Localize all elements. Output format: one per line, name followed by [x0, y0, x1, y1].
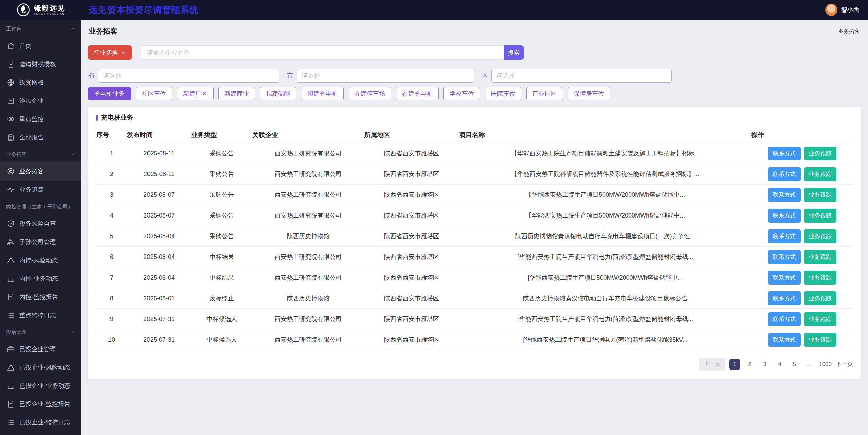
cell-actions: 联系方式业务跟踪: [751, 167, 853, 181]
monitor-report-icon: [7, 293, 15, 301]
contact-button[interactable]: 联系方式: [768, 333, 801, 347]
track-button[interactable]: 业务跟踪: [804, 147, 836, 160]
sidebar-item-税务风险自查[interactable]: 税务风险自查: [0, 214, 81, 233]
sidebar-item-子孙公司管理[interactable]: 子孙公司管理: [0, 233, 81, 251]
district-select[interactable]: [491, 69, 672, 83]
pagination-page-1000[interactable]: 1000: [819, 359, 832, 370]
track-button[interactable]: 业务跟踪: [804, 250, 836, 264]
column-header-所属地区: 所属地区: [364, 131, 459, 139]
sidebar-item-内控-业务动态[interactable]: 内控-业务动态: [0, 269, 81, 288]
pagination-page-4[interactable]: 4: [774, 359, 785, 370]
contact-button[interactable]: 联系方式: [768, 147, 801, 160]
track-button[interactable]: 业务跟踪: [804, 312, 836, 326]
cell-date: 2025-08-11: [127, 171, 191, 178]
contact-button[interactable]: 联系方式: [768, 312, 801, 326]
contact-button[interactable]: 联系方式: [768, 250, 801, 264]
sidebar-item-已投企业-监控报告[interactable]: 已投企业-监控报告: [0, 395, 81, 413]
cell-index: 8: [96, 295, 127, 302]
cell-date: 2025-08-01: [127, 295, 191, 302]
contact-button[interactable]: 联系方式: [768, 209, 801, 223]
track-button[interactable]: 业务跟踪: [804, 167, 836, 181]
region-filter-province: 省: [88, 69, 279, 83]
category-tag-产业园区[interactable]: 产业园区: [526, 87, 563, 100]
sidebar-item-label: 添加企业: [19, 97, 44, 105]
track-button[interactable]: 业务跟踪: [804, 229, 836, 243]
contact-button[interactable]: 联系方式: [768, 167, 801, 181]
sidebar-section-header[interactable]: 投后管理: [0, 324, 81, 340]
contact-button[interactable]: 联系方式: [768, 188, 801, 202]
sidebar-section-header[interactable]: 业务拓客: [0, 147, 81, 162]
sidebar-item-内控-风险动态[interactable]: 内控-风险动态: [0, 251, 81, 269]
sidebar-section-header[interactable]: 工作台: [0, 21, 81, 37]
sidebar-item-已投企业-监控日志[interactable]: 已投企业-监控日志: [0, 413, 81, 432]
track-button[interactable]: 业务跟踪: [804, 291, 836, 305]
sidebar-item-业务拓客[interactable]: 业务拓客: [0, 162, 81, 181]
sidebar-item-邀请财税授权[interactable]: 邀请财税授权: [0, 55, 81, 73]
category-tag-在建充电桩[interactable]: 在建充电桩: [396, 87, 439, 100]
tax-risk-icon: [7, 220, 15, 228]
column-header-操作: 操作: [751, 131, 853, 139]
cell-company: 西安热工研究院有限公司: [252, 273, 364, 282]
category-tag-新建商业[interactable]: 新建商业: [218, 87, 255, 100]
pagination-page-3[interactable]: 3: [759, 359, 770, 370]
track-button[interactable]: 业务跟踪: [804, 209, 836, 223]
table-row: 22025-08-11采购公告西安热工研究院有限公司陕西省西安市雁塔区【华能西安…: [96, 164, 853, 185]
cell-project: 【华能西安热工院生产项目储能调频土建安装及施工工程招标】招标...: [459, 149, 751, 157]
sidebar-item-投资网格[interactable]: 投资网格: [0, 73, 81, 92]
contact-button[interactable]: 联系方式: [768, 271, 801, 285]
user-menu[interactable]: 智小西: [825, 4, 859, 16]
sidebar-section-label: 内控管理（主体 + 子孙公司）: [6, 204, 73, 210]
sidebar-item-首页[interactable]: 首页: [0, 37, 81, 55]
contact-button[interactable]: 联系方式: [768, 229, 801, 243]
sidebar-item-重点监控日志[interactable]: 重点监控日志: [0, 306, 81, 324]
category-tag-保障房车位[interactable]: 保障房车位: [568, 87, 610, 100]
cell-project: [华能西安热工院生产项目华润电力(菏泽)新型熔盐储能35kV...: [459, 336, 751, 344]
pagination-prev-button[interactable]: 上一页: [699, 358, 725, 371]
cell-actions: 联系方式业务跟踪: [751, 291, 853, 305]
city-select[interactable]: [297, 69, 474, 83]
cell-type: 采购公告: [191, 191, 252, 199]
cell-index: 10: [96, 336, 127, 343]
sidebar-item-已投企业-业务动态[interactable]: 已投企业-业务动态: [0, 377, 81, 395]
cell-actions: 联系方式业务跟踪: [751, 333, 853, 347]
cell-actions: 联系方式业务跟踪: [751, 188, 853, 202]
cell-date: 2025-08-04: [127, 233, 191, 240]
track-button[interactable]: 业务跟踪: [804, 188, 836, 202]
cell-index: 9: [96, 316, 127, 323]
contact-button[interactable]: 联系方式: [768, 291, 801, 305]
category-tag-充电桩业务[interactable]: 充电桩业务: [88, 87, 131, 100]
search-button[interactable]: 搜索: [504, 45, 524, 60]
category-tag-在建停车场[interactable]: 在建停车场: [349, 87, 391, 100]
pagination-next-button[interactable]: 下一页: [836, 360, 853, 368]
province-select[interactable]: [98, 69, 279, 83]
company-search-input[interactable]: [141, 45, 504, 60]
category-tag-社区车位[interactable]: 社区车位: [136, 87, 172, 100]
category-tag-医院车位[interactable]: 医院车位: [485, 87, 521, 100]
pagination-page-1[interactable]: 1: [729, 359, 740, 370]
sidebar-item-label: 已投企业-监控报告: [19, 400, 70, 408]
pagination-page-5[interactable]: 5: [789, 359, 800, 370]
cell-company: 西安热工研究院有限公司: [252, 149, 364, 157]
track-button[interactable]: 业务跟踪: [804, 333, 836, 347]
industry-switch-button[interactable]: 行业切换: [88, 45, 132, 60]
cell-company: 西安热工研究院有限公司: [252, 211, 364, 220]
sidebar-item-重点监控[interactable]: 重点监控: [0, 110, 81, 128]
sidebar-item-已投企业管理[interactable]: 已投企业管理: [0, 340, 81, 358]
avatar[interactable]: [825, 4, 837, 16]
region-filter-row: 省市区: [88, 69, 861, 83]
table-row: 12025-08-11采购公告西安热工研究院有限公司陕西省西安市雁塔区【华能西安…: [96, 143, 853, 164]
sidebar-item-已投企业-风险动态[interactable]: 已投企业-风险动态: [0, 358, 81, 377]
category-tag-拟建储能[interactable]: 拟建储能: [260, 87, 296, 100]
cell-actions: 联系方式业务跟踪: [751, 147, 853, 160]
sidebar-item-业务追踪[interactable]: 业务追踪: [0, 181, 81, 199]
category-tag-拟建充电桩[interactable]: 拟建充电桩: [301, 87, 344, 100]
category-tag-学校车位[interactable]: 学校车位: [443, 87, 480, 100]
pagination-page-2[interactable]: 2: [744, 359, 755, 370]
sidebar-item-添加企业[interactable]: 添加企业: [0, 92, 81, 110]
sidebar-item-内控-监控报告[interactable]: 内控-监控报告: [0, 288, 81, 306]
category-tag-新建厂区[interactable]: 新建厂区: [177, 87, 214, 100]
pagination: 上一页 12345...1000 下一页: [96, 358, 853, 371]
sidebar-section-header[interactable]: 内控管理（主体 + 子孙公司）: [0, 199, 81, 214]
track-button[interactable]: 业务跟踪: [804, 271, 836, 285]
sidebar-item-全部报告[interactable]: 全部报告: [0, 128, 81, 147]
